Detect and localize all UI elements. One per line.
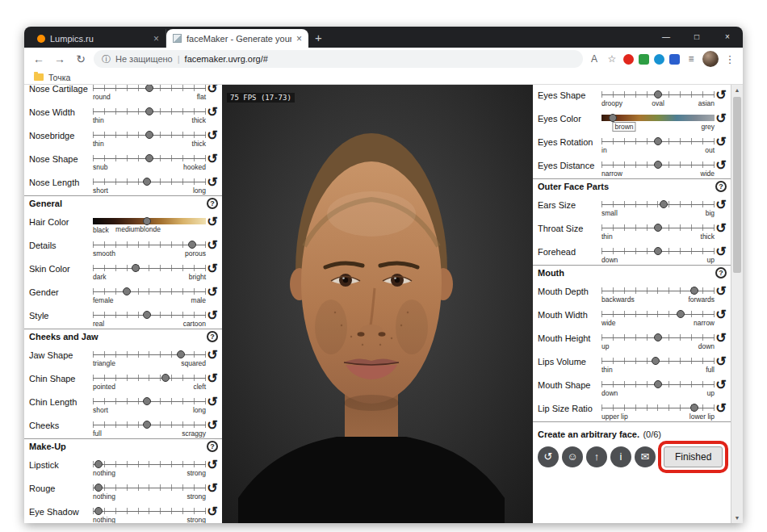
slider-thumb[interactable]: [654, 333, 662, 341]
reset-icon[interactable]: ↺: [205, 128, 220, 143]
reset-icon[interactable]: ↺: [205, 85, 220, 96]
slider[interactable]: nothing strong: [93, 505, 206, 523]
reset-icon[interactable]: ↺: [205, 395, 220, 409]
reset-icon[interactable]: ↺: [714, 221, 728, 236]
reset-icon[interactable]: ↺: [714, 308, 728, 322]
url-text[interactable]: facemaker.uvrg.org/#: [185, 54, 268, 64]
scroll-up-icon[interactable]: ▲: [731, 87, 743, 93]
slider-track[interactable]: [601, 201, 715, 207]
reset-icon[interactable]: ↺: [714, 245, 728, 259]
slider[interactable]: short long: [93, 176, 206, 195]
slider[interactable]: narrow wide: [601, 159, 715, 178]
reset-icon[interactable]: ↺: [205, 215, 220, 229]
extension-icon-1[interactable]: [623, 54, 634, 65]
slider[interactable]: thin full: [601, 355, 715, 374]
slider-thumb[interactable]: [145, 131, 153, 139]
kebab-menu-icon[interactable]: ⋮: [723, 53, 736, 65]
forward-icon[interactable]: →: [52, 52, 68, 65]
slider-thumb[interactable]: [660, 200, 668, 208]
reset-icon[interactable]: ↺: [205, 418, 220, 433]
slider[interactable]: in out: [601, 136, 715, 154]
reset-icon[interactable]: ↺: [714, 331, 728, 346]
reset-icon[interactable]: ↺: [205, 458, 220, 472]
mail-button[interactable]: ✉: [635, 446, 656, 467]
reset-icon[interactable]: ↺: [714, 401, 728, 416]
tab-close-icon[interactable]: ×: [153, 33, 159, 44]
reset-icon[interactable]: ↺: [205, 308, 220, 323]
new-tab-button[interactable]: +: [315, 31, 322, 44]
reset-icon[interactable]: ↺: [205, 371, 220, 386]
reload-icon[interactable]: ↻: [73, 52, 89, 65]
slider[interactable]: thin thick: [93, 129, 206, 148]
page-scrollbar[interactable]: ▲ ▼: [731, 85, 743, 523]
reset-icon[interactable]: ↺: [714, 88, 728, 103]
slider-thumb[interactable]: [654, 380, 662, 388]
slider[interactable]: pointed cleft: [93, 372, 206, 391]
reset-icon[interactable]: ↺: [205, 175, 220, 190]
slider[interactable]: female male: [93, 286, 206, 304]
slider[interactable]: full scraggy: [93, 419, 206, 438]
slider[interactable]: upper lip lower lip: [601, 402, 715, 421]
help-icon[interactable]: ?: [715, 181, 727, 192]
slider-thumb[interactable]: [94, 507, 103, 515]
bookmark-folder-label[interactable]: Точка: [48, 73, 70, 82]
slider[interactable]: triangle squared: [93, 349, 206, 367]
reset-icon[interactable]: ↺: [714, 158, 728, 173]
translate-icon[interactable]: A: [588, 53, 601, 65]
slider[interactable]: small big: [601, 199, 715, 217]
reset-icon[interactable]: ↺: [205, 105, 220, 119]
reset-icon[interactable]: ↺: [714, 111, 728, 126]
slider-thumb[interactable]: [690, 287, 698, 295]
slider-track[interactable]: [601, 115, 715, 121]
slider-thumb[interactable]: [145, 107, 153, 115]
reset-icon[interactable]: ↺: [205, 262, 220, 276]
finished-button[interactable]: Finished: [664, 446, 723, 467]
slider-thumb[interactable]: [654, 161, 662, 169]
page-info-icon[interactable]: ⓘ: [102, 53, 111, 65]
scrollbar-thumb[interactable]: [733, 97, 741, 273]
slider[interactable]: droopy oval asian: [601, 89, 715, 107]
slider-thumb[interactable]: [654, 224, 662, 232]
menu-lines-icon[interactable]: ≡: [685, 53, 698, 65]
reset-icon[interactable]: ↺: [205, 481, 220, 496]
help-icon[interactable]: ?: [207, 331, 218, 342]
info-button[interactable]: i: [610, 446, 631, 467]
slider[interactable]: real cartoon: [93, 309, 206, 328]
profile-avatar[interactable]: [702, 51, 719, 67]
slider-track[interactable]: [601, 311, 715, 317]
help-icon[interactable]: ?: [207, 198, 218, 209]
slider-thumb[interactable]: [123, 287, 131, 295]
slider-track[interactable]: [93, 461, 206, 467]
omnibox[interactable]: ⓘ Не защищено | facemaker.uvrg.org/#: [94, 50, 583, 68]
slider[interactable]: snub hooked: [93, 153, 206, 171]
reset-icon[interactable]: ↺: [714, 378, 728, 392]
slider[interactable]: up down: [601, 332, 715, 350]
back-icon[interactable]: ←: [31, 52, 47, 65]
slider-thumb[interactable]: [161, 374, 170, 382]
maximize-button[interactable]: □: [681, 27, 712, 48]
tab-close-icon[interactable]: ×: [296, 33, 302, 44]
slider[interactable]: nothing strong: [93, 482, 206, 501]
slider[interactable]: grey brown: [601, 112, 715, 131]
reset-icon[interactable]: ↺: [205, 505, 220, 519]
reset-icon[interactable]: ↺: [714, 284, 728, 299]
slider[interactable]: round flat: [93, 85, 206, 101]
tab-facemaker[interactable]: faceMaker - Generate your favou... ×: [166, 29, 308, 48]
undo-button[interactable]: ↺: [538, 446, 559, 467]
slider[interactable]: smooth porous: [93, 239, 206, 258]
slider-thumb[interactable]: [609, 114, 617, 122]
reset-icon[interactable]: ↺: [714, 135, 728, 149]
slider-thumb[interactable]: [145, 154, 153, 162]
slider-track[interactable]: [93, 375, 206, 381]
reset-icon[interactable]: ↺: [205, 238, 220, 253]
slider[interactable]: short long: [93, 396, 206, 414]
slider[interactable]: wide narrow: [601, 308, 715, 327]
reset-icon[interactable]: ↺: [205, 285, 220, 300]
extension-icon-2[interactable]: [639, 54, 649, 65]
slider[interactable]: nothing strong: [93, 459, 206, 477]
slider-thumb[interactable]: [94, 484, 103, 492]
help-icon[interactable]: ?: [207, 441, 218, 452]
slider[interactable]: black mediumblonde: [93, 216, 206, 234]
slider-thumb[interactable]: [654, 247, 662, 255]
slider-thumb[interactable]: [654, 90, 662, 98]
